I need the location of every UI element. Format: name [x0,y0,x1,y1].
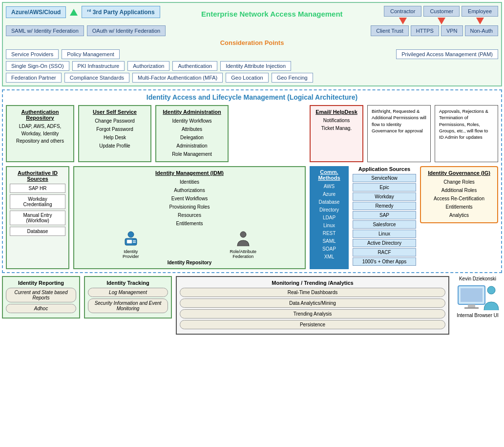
reporting-title: Identity Reporting [6,280,76,286]
cloud-box: Azure/AWS/Cloud [6,6,66,18]
auth-repo-box: Authentication Repository LDAP, AWS, ADF… [6,105,74,162]
client-trust-box: Client Trust [371,25,409,36]
cons-row-2: Single Sign-On (SSO) PKI Infrastructure … [6,61,498,71]
spacer [232,105,306,162]
app-epic: Epic [353,183,416,192]
customer-arrow-down [438,18,445,24]
cons-sso: Single Sign-On (SSO) [6,61,69,71]
auth-repo-title: Authentication Repository [10,109,70,121]
idm-title: Identity Management (IDM) [77,170,302,176]
monitor-item-2: Data Analytics/Mining [180,298,445,308]
svg-rect-9 [464,307,479,309]
comm-rest: REST [313,230,346,237]
employee-arrow-down [476,18,484,24]
monitoring-title: Monitoring / Trending /Analytics [180,280,445,286]
identity-provider-label: IdentityProvider [123,249,139,259]
identity-reporting-box: Identity Reporting Current and State bas… [2,276,80,319]
idm-item-1: Identities [77,178,302,186]
uss-item-3: Help Desk [82,133,147,142]
app-racf: RACF [353,248,416,256]
iam-top-row: Authentication Repository LDAP, AWS, ADF… [6,105,498,162]
auth-id-sources-box: Authoritative ID Sources SAP HR Workday … [6,166,69,269]
idm-item-3: Event Workflows [77,194,302,203]
comm-directory: Directory [313,206,346,214]
app-linux: Linux [353,230,416,238]
svg-point-10 [487,286,495,294]
app-other: 1000's + Other Apps [353,257,416,266]
employee-group: Employee [462,6,498,24]
tracking-item-1: Log Management [88,288,168,297]
email-helpdesk-items: Notifications Ticket Manag. [314,117,359,132]
ia-item-2: Attributes [159,125,225,133]
app-source-items: ServiceNow Epic Workday Remedy SAP Sales… [353,174,416,266]
identity-provider-group: IdentityProvider [123,231,139,259]
idm-item-5: Resources [77,211,302,219]
comm-ldap: LDAP [313,214,346,222]
identity-tracking-box: Identity Tracking Log Management Securit… [84,276,172,319]
ig-item-1: Change Roles [424,178,494,186]
vpn-box: VPN [441,25,463,36]
superscript-rd: rd [87,8,91,13]
ehd-item-2: Ticket Manag. [314,125,359,132]
identity-provider-icon [123,231,139,249]
idm-items: Identities Authorizations Event Workflow… [77,178,302,228]
user-self-service-items: Change Password Forgot Password Help Des… [82,117,147,150]
right-ig-column: Identity Governance (IG) Change Roles Ad… [420,166,498,269]
https-box: HTTPS [411,25,439,36]
idm-item-2: Authorizations [77,186,302,194]
cons-geo-location: Geo Location [226,73,268,83]
ia-item-5: Role Management [159,150,225,158]
consideration-rows: Service Providers Policy Management Priv… [6,49,498,83]
email-helpdesk-title: Email/ HelpDesk [314,109,359,115]
role-attribute-label: Role/AttributeFederation [230,249,256,259]
source-database: Database [10,227,65,236]
cons-service-providers: Service Providers [6,49,59,59]
idm-item-6: Entitlements [77,219,302,228]
user-self-service-box: User Self Service Change Password Forgot… [78,105,151,162]
app-active-directory: Active Directory [353,239,416,247]
kevin-section: Kevin Dziekonski Internal Browser UI [453,276,502,318]
source-workday: Workday Credentialing [10,194,65,209]
cons-policy-mgmt: Policy Management [62,49,120,59]
tracking-title: Identity Tracking [88,280,168,286]
comm-database: Database [313,198,346,206]
idm-box: Identity Management (IDM) Identities Aut… [73,166,306,269]
enterprise-title: Enterprise Network Access Management [160,6,384,18]
role-attribute-group: Role/AttributeFederation [230,231,256,259]
comm-aws: AWS [313,183,346,191]
consideration-title: Consideration Points [6,39,498,46]
tracking-item-2: Security Information and Event Monitorin… [88,298,168,313]
cons-federation-partner: Federation Partner [6,73,62,83]
auth-id-sources-title: Authoritative ID Sources [10,170,65,182]
cons-authorization: Authorization [127,61,169,71]
middle-content-row: Authoritative ID Sources SAP HR Workday … [6,166,498,269]
role-attribute-icon [236,231,250,249]
ig-item-5: Analytics [424,211,494,219]
monitor-item-3: Trending Analysis [180,309,445,319]
identity-admin-title: Identity Administration [159,109,225,115]
customer-group: Customer [423,6,460,24]
source-manual: Manual Entry (Workflow) [10,211,65,225]
app-servicenow: ServiceNow [353,174,416,182]
ig-title: Identity Governance (IG) [424,170,494,176]
email-helpdesk-box: Email/ HelpDesk Notifications Ticket Man… [310,105,363,162]
app-sap: SAP [353,211,416,219]
cons-pam: Privileged Access Management (PAM) [396,49,498,59]
uss-item-1: Change Password [82,117,147,125]
ia-item-1: Identity Workflows [159,117,225,125]
main-container: Azure/AWS/Cloud rd 3rd Party Application… [0,0,504,337]
comm-soap: SOAP [313,245,346,253]
user-self-service-title: User Self Service [82,109,147,115]
browser-section: Internal Browser UI [456,283,500,318]
app-sources-title: Application Sources [353,166,416,172]
cons-row-3: Federation Partner Compliance Standards … [6,73,498,83]
contractor-box: Contractor [384,6,421,17]
left-section-top: Azure/AWS/Cloud rd 3rd Party Application… [6,6,160,18]
reporting-item-2: Adhoc [6,304,76,313]
uss-item-2: Forgot Password [82,125,147,133]
contractor-group: Contractor [384,6,421,24]
auth-repo-content: LDAP, AWS, ADFS, Workday, Identity Repos… [10,123,70,145]
monitoring-box: Monitoring / Trending /Analytics Real-Ti… [176,276,449,335]
third-party-box: rd 3rd Party Applications [82,6,160,18]
contractor-arrow-down [399,18,407,24]
